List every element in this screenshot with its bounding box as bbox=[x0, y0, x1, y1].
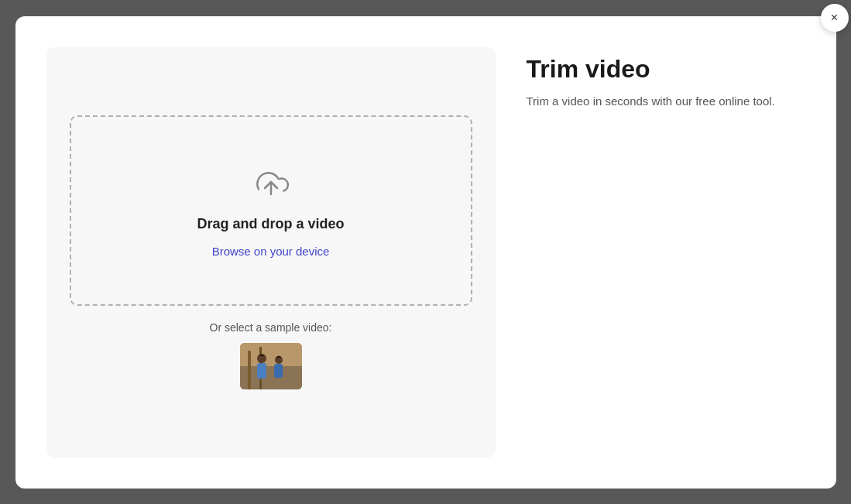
drag-drop-label: Drag and drop a video bbox=[197, 216, 344, 232]
svg-rect-2 bbox=[248, 351, 251, 389]
upload-panel: Drag and drop a video Browse on your dev… bbox=[46, 47, 496, 458]
sample-video-thumbnail[interactable] bbox=[240, 343, 302, 389]
panel-title: Trim video bbox=[527, 55, 805, 84]
browse-link[interactable]: Browse on your device bbox=[212, 245, 330, 258]
sample-section: Or select a sample video: bbox=[70, 321, 472, 389]
svg-rect-5 bbox=[257, 363, 266, 379]
modal-overlay: × Drag and drop a video Browse on your d… bbox=[0, 0, 851, 504]
svg-rect-7 bbox=[274, 364, 283, 378]
sample-label: Or select a sample video: bbox=[210, 321, 332, 334]
close-icon: × bbox=[831, 11, 838, 25]
thumbnail-image bbox=[240, 343, 302, 389]
upload-cloud-icon bbox=[252, 163, 290, 204]
close-button[interactable]: × bbox=[821, 4, 849, 32]
modal-dialog: × Drag and drop a video Browse on your d… bbox=[15, 16, 836, 489]
drop-zone[interactable]: Drag and drop a video Browse on your dev… bbox=[70, 115, 472, 306]
panel-subtitle: Trim a video in seconds with our free on… bbox=[527, 93, 805, 111]
info-panel: Trim video Trim a video in seconds with … bbox=[527, 47, 805, 458]
